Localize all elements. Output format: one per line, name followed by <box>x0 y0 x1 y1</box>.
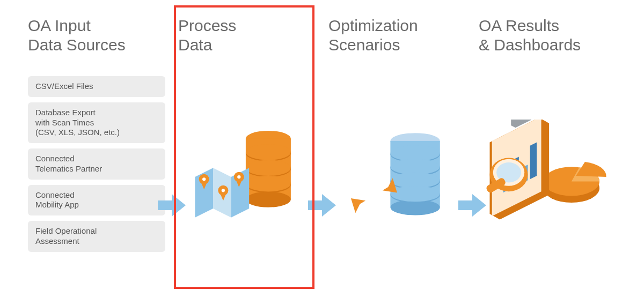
optimization-icon <box>328 72 466 279</box>
svg-point-15 <box>222 189 225 192</box>
svg-point-28 <box>390 185 440 201</box>
svg-point-13 <box>202 177 206 181</box>
results-dashboard-icon <box>479 72 616 279</box>
source-item: Database Export with Scan Times (CSV, XL… <box>28 102 165 143</box>
column-title-optimize: Optimization Scenarios <box>328 16 466 55</box>
sources-list: CSV/Excel Files Database Export with Sca… <box>28 76 165 252</box>
source-item: Field Operational Assessment <box>28 221 165 252</box>
svg-point-17 <box>237 175 240 178</box>
column-title-results: OA Results & Dashboards <box>479 16 616 55</box>
process-data-icon <box>178 72 316 279</box>
column-title-sources: OA Input Data Sources <box>28 16 165 55</box>
arrow-right-icon <box>308 193 336 218</box>
column-title-process: Process Data <box>178 16 316 55</box>
arrow-right-icon <box>158 193 186 218</box>
svg-point-4 <box>246 144 291 160</box>
svg-point-24 <box>390 159 440 174</box>
source-item: Connected Telematics Partner <box>28 148 165 180</box>
svg-point-22 <box>390 145 440 161</box>
source-item: CSV/Excel Files <box>28 76 165 97</box>
svg-point-6 <box>246 160 291 175</box>
arrow-right-icon <box>458 193 486 218</box>
column-optimization: Optimization Scenarios <box>322 16 472 279</box>
svg-point-8 <box>246 176 291 191</box>
column-results: OA Results & Dashboards <box>472 16 623 279</box>
column-input-sources: OA Input Data Sources CSV/Excel Files Da… <box>21 16 172 279</box>
column-process-data: Process Data <box>172 16 322 279</box>
source-item: Connected Mobility App <box>28 185 165 216</box>
svg-point-26 <box>390 172 440 188</box>
svg-point-2 <box>246 191 291 207</box>
workflow-diagram: OA Input Data Sources CSV/Excel Files Da… <box>0 0 644 290</box>
